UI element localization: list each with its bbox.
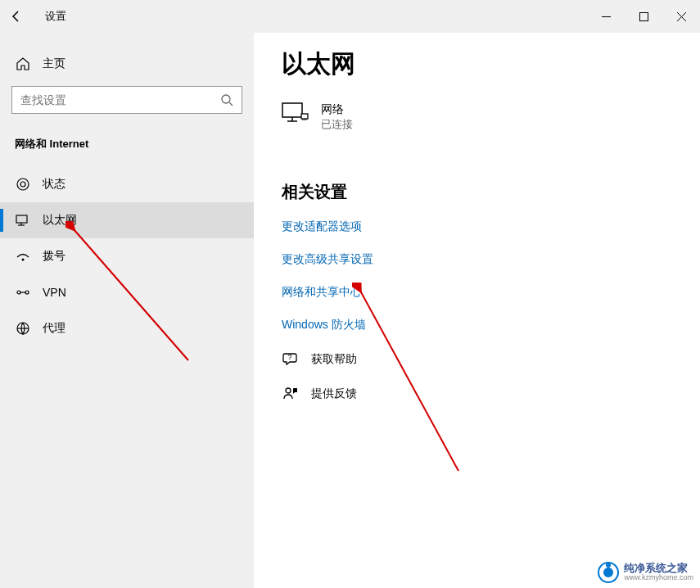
svg-point-9 (22, 259, 25, 261)
category-header: 网络和 Internet (0, 129, 254, 166)
svg-point-5 (20, 182, 25, 187)
svg-point-2 (222, 95, 230, 103)
network-status-label: 已连接 (321, 117, 353, 132)
watermark-text: 纯净系统之家 www.kzmyhome.com (624, 563, 693, 582)
ethernet-icon (15, 212, 31, 228)
vpn-icon (15, 284, 31, 301)
svg-line-3 (229, 102, 233, 106)
maximize-icon (639, 12, 648, 21)
nav-item-ethernet[interactable]: 以太网 (0, 202, 254, 238)
svg-point-4 (17, 179, 29, 190)
svg-rect-15 (282, 103, 302, 117)
search-icon (220, 93, 233, 106)
window-title: 设置 (45, 9, 66, 24)
arrow-left-icon (10, 10, 23, 23)
feedback-icon (282, 385, 300, 403)
home-icon (15, 56, 31, 72)
nav-item-dialup[interactable]: 拨号 (0, 238, 254, 274)
close-button[interactable] (662, 0, 700, 33)
link-network-sharing-center[interactable]: 网络和共享中心 (282, 285, 672, 300)
home-button[interactable]: 主页 (0, 47, 254, 82)
nav-item-vpn[interactable]: VPN (0, 274, 254, 310)
dialup-icon (15, 248, 31, 265)
nav-label: 代理 (43, 321, 65, 336)
give-feedback[interactable]: 提供反馈 (282, 385, 672, 403)
nav-label: 拨号 (43, 249, 65, 264)
minimize-button[interactable] (587, 0, 625, 33)
search-box[interactable] (11, 86, 242, 114)
proxy-icon (15, 320, 31, 337)
svg-point-29 (603, 568, 613, 577)
link-advanced-sharing[interactable]: 更改高级共享设置 (282, 252, 672, 267)
window-controls (587, 0, 700, 33)
page-title: 以太网 (282, 47, 672, 81)
network-text: 网络 已连接 (321, 102, 353, 132)
help-label: 获取帮助 (311, 352, 357, 367)
svg-text:?: ? (287, 353, 291, 361)
nav-label: VPN (43, 286, 66, 299)
main-content: 以太网 网络 已连接 相关设置 更改适配器选项 更改高级共享设置 网络和共享中心… (254, 33, 700, 588)
get-help[interactable]: ? 获取帮助 (282, 351, 672, 369)
watermark-name: 纯净系统之家 (624, 563, 693, 574)
back-button[interactable] (0, 0, 33, 33)
maximize-button[interactable] (625, 0, 662, 33)
monitor-icon (282, 102, 309, 127)
link-windows-firewall[interactable]: Windows 防火墙 (282, 318, 672, 332)
svg-point-30 (606, 563, 611, 568)
nav-label: 以太网 (43, 213, 77, 228)
svg-point-11 (25, 291, 29, 294)
status-icon (15, 176, 31, 192)
link-adapter-options[interactable]: 更改适配器选项 (282, 219, 672, 234)
sidebar: 主页 网络和 Internet 状态 以太网 拨号 VPN 代理 (0, 33, 254, 588)
nav-label: 状态 (43, 177, 65, 192)
home-label: 主页 (43, 57, 65, 71)
minimize-icon (602, 12, 611, 21)
titlebar: 设置 (0, 0, 700, 33)
network-name: 网络 (321, 102, 353, 117)
network-status[interactable]: 网络 已连接 (282, 102, 672, 132)
close-icon (677, 12, 686, 21)
nav-item-proxy[interactable]: 代理 (0, 310, 254, 346)
svg-rect-6 (16, 215, 27, 223)
help-icon: ? (282, 351, 300, 369)
feedback-label: 提供反馈 (311, 387, 357, 401)
svg-rect-18 (301, 114, 308, 119)
watermark-url: www.kzmyhome.com (624, 574, 693, 582)
watermark-logo-icon (598, 562, 619, 583)
svg-rect-1 (639, 12, 648, 20)
related-settings-header: 相关设置 (282, 181, 672, 203)
watermark: 纯净系统之家 www.kzmyhome.com (598, 562, 693, 583)
svg-point-23 (286, 388, 291, 393)
svg-point-10 (17, 291, 20, 294)
search-input[interactable] (20, 93, 220, 106)
nav-item-status[interactable]: 状态 (0, 166, 254, 202)
